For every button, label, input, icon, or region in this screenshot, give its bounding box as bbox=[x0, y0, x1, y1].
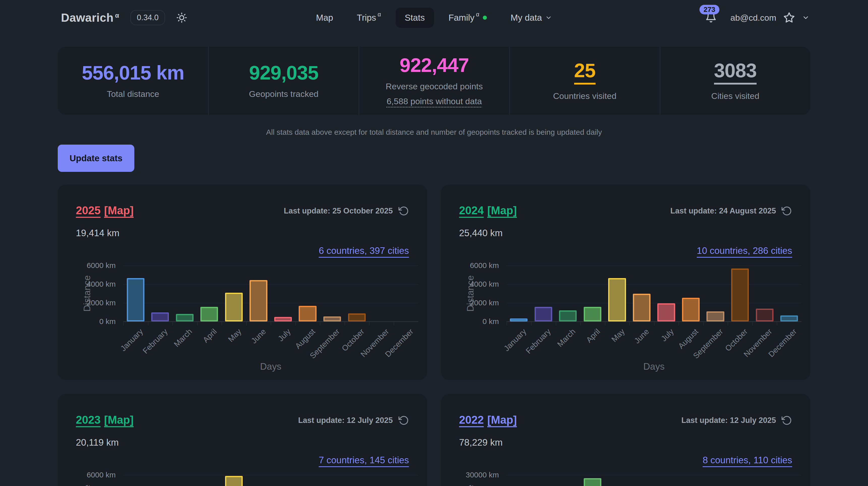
x-tick-label-january: January bbox=[119, 327, 145, 353]
bar-march[interactable] bbox=[559, 310, 577, 321]
bar-july[interactable] bbox=[657, 303, 675, 321]
chart-plot-area: Distance0 km2000 km4000 km6000 kmJanuary… bbox=[123, 265, 418, 321]
refresh-icon[interactable] bbox=[781, 206, 792, 216]
year-link[interactable]: 2022 bbox=[459, 413, 484, 426]
x-tick-mark bbox=[296, 322, 296, 325]
bar-january[interactable] bbox=[510, 318, 527, 321]
y-tick-label: 0 km bbox=[99, 317, 116, 326]
x-tick-label-march: March bbox=[556, 327, 577, 349]
gridline bbox=[123, 265, 418, 266]
nav-item-trips[interactable]: Tripsα bbox=[348, 7, 390, 28]
bar-june[interactable] bbox=[249, 280, 267, 321]
year-map-link[interactable]: [Map] bbox=[104, 204, 133, 217]
refresh-icon[interactable] bbox=[399, 206, 409, 216]
gridline bbox=[506, 475, 802, 476]
bar-august[interactable] bbox=[682, 298, 700, 321]
refresh-icon[interactable] bbox=[399, 415, 409, 426]
nav-item-my-data[interactable]: My data bbox=[501, 7, 561, 28]
bar-april[interactable] bbox=[584, 307, 601, 321]
x-tick-label-november: November bbox=[359, 327, 391, 359]
stat-geopoints-tracked: 929,035 Geopoints tracked bbox=[208, 47, 359, 115]
year-card-2025: 2025 [Map] Last update: 25 October 2025 … bbox=[58, 184, 427, 380]
bar-june[interactable] bbox=[633, 294, 651, 321]
stat-value: 25 bbox=[574, 61, 595, 85]
app-title: Dawarichα bbox=[61, 11, 119, 25]
year-link[interactable]: 2025 bbox=[76, 204, 100, 217]
refresh-icon[interactable] bbox=[781, 415, 792, 426]
y-axis-label: Distance bbox=[82, 485, 93, 486]
bar-august[interactable] bbox=[299, 306, 316, 321]
theme-toggle-sun-icon[interactable] bbox=[176, 12, 187, 23]
gridline bbox=[123, 475, 418, 476]
year-map-link[interactable]: [Map] bbox=[104, 413, 133, 426]
bar-october[interactable] bbox=[348, 313, 366, 321]
x-tick-label-august: August bbox=[677, 327, 701, 351]
bar-march[interactable] bbox=[176, 314, 193, 321]
y-tick-label: 0 km bbox=[483, 317, 499, 326]
x-axis-label: Days bbox=[123, 361, 418, 372]
x-tick-label-november: November bbox=[742, 327, 774, 359]
x-tick-mark bbox=[344, 322, 345, 325]
update-stats-button[interactable]: Update stats bbox=[58, 145, 134, 172]
x-tick-mark bbox=[271, 322, 271, 325]
x-tick-label-july: July bbox=[659, 327, 676, 343]
nav-item-stats[interactable]: Stats bbox=[396, 7, 434, 28]
family-online-dot bbox=[483, 16, 487, 20]
x-tick-label-may: May bbox=[610, 327, 626, 344]
x-tick-mark bbox=[369, 322, 370, 325]
bar-october[interactable] bbox=[731, 268, 749, 321]
year-cards-grid: 2025 [Map] Last update: 25 October 2025 … bbox=[58, 184, 810, 486]
y-axis-label: Distance bbox=[82, 275, 93, 312]
bar-april[interactable] bbox=[200, 307, 218, 321]
x-tick-mark bbox=[506, 322, 507, 325]
countries-cities-link[interactable]: 8 countries, 110 cities bbox=[703, 455, 792, 465]
countries-cities-link[interactable]: 7 countries, 145 cities bbox=[319, 455, 409, 465]
year-link[interactable]: 2023 bbox=[76, 413, 100, 426]
bar-february[interactable] bbox=[534, 307, 552, 321]
bar-december[interactable] bbox=[780, 315, 798, 321]
bar-september[interactable] bbox=[323, 316, 341, 321]
x-tick-label-october: October bbox=[723, 327, 749, 353]
bar-july[interactable] bbox=[274, 317, 292, 321]
nav-item-map[interactable]: Map bbox=[307, 7, 342, 28]
stat-label: Countries visited bbox=[553, 91, 617, 101]
bar-may[interactable] bbox=[608, 278, 626, 321]
year-card-2023: 2023 [Map] Last update: 12 July 2025 20,… bbox=[58, 394, 427, 486]
bar-may[interactable] bbox=[225, 476, 243, 486]
x-tick-label-september: September bbox=[691, 327, 725, 361]
nav-item-family[interactable]: Familyα bbox=[439, 7, 496, 28]
year-distance: 20,119 km bbox=[76, 437, 409, 448]
countries-cities-link[interactable]: 10 countries, 286 cities bbox=[697, 246, 792, 256]
x-tick-mark bbox=[148, 322, 149, 325]
x-tick-label-may: May bbox=[226, 327, 243, 344]
user-menu-chevron-icon[interactable] bbox=[802, 14, 809, 22]
year-map-link[interactable]: [Map] bbox=[487, 413, 517, 426]
x-tick-mark bbox=[654, 322, 654, 325]
notifications-button[interactable]: 273 bbox=[705, 11, 717, 24]
bar-november[interactable] bbox=[756, 309, 774, 321]
bar-april[interactable] bbox=[584, 478, 601, 486]
y-tick-label: 4000 km bbox=[470, 280, 499, 288]
year-map-link[interactable]: [Map] bbox=[487, 204, 517, 217]
bar-february[interactable] bbox=[151, 312, 169, 321]
gridline bbox=[506, 303, 802, 303]
stat-total-distance: 556,015 km Total distance bbox=[58, 47, 208, 115]
gridline bbox=[123, 284, 418, 285]
y-axis-label: Distance bbox=[465, 485, 475, 486]
stat-label: Reverse geocoded points bbox=[385, 82, 483, 91]
y-axis-label: Distance bbox=[465, 275, 475, 312]
points-without-data-link[interactable]: 6,588 points without data bbox=[386, 96, 482, 106]
star-icon[interactable] bbox=[783, 12, 795, 24]
gridline bbox=[506, 284, 802, 285]
x-tick-label-april: April bbox=[201, 327, 218, 344]
year-link[interactable]: 2024 bbox=[459, 204, 484, 217]
notifications-count-badge: 273 bbox=[700, 5, 719, 15]
x-tick-label-june: June bbox=[249, 327, 268, 345]
bar-january[interactable] bbox=[127, 278, 145, 321]
x-tick-mark bbox=[777, 322, 777, 325]
bar-september[interactable] bbox=[707, 311, 724, 321]
x-tick-mark bbox=[394, 322, 394, 325]
bar-may[interactable] bbox=[225, 293, 243, 321]
stat-reverse-geocoded: 922,447 Reverse geocoded points 6,588 po… bbox=[359, 47, 509, 115]
countries-cities-link[interactable]: 6 countries, 397 cities bbox=[319, 246, 409, 256]
